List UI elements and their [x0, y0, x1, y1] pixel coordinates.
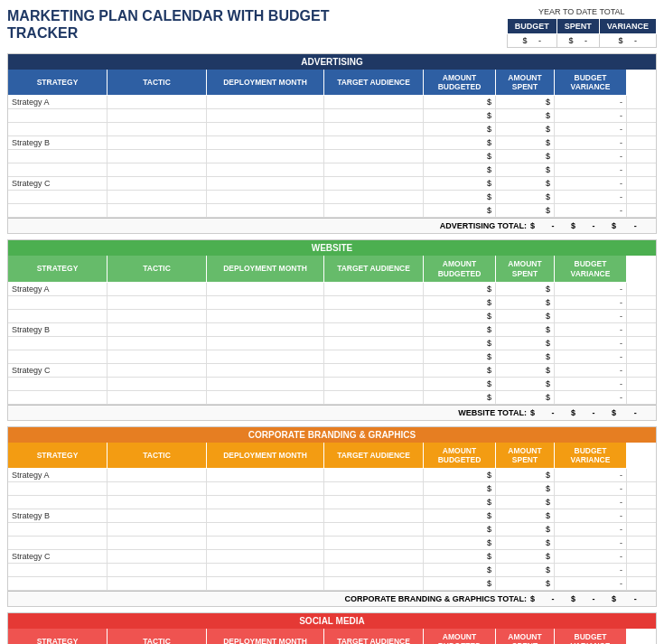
- strategy-cell[interactable]: [8, 310, 108, 322]
- tactic-cell[interactable]: [108, 364, 207, 377]
- budgeted-cell[interactable]: $: [424, 123, 496, 135]
- deployment-cell[interactable]: [207, 283, 324, 295]
- spent-cell[interactable]: $: [496, 204, 555, 217]
- audience-cell[interactable]: [324, 550, 424, 563]
- tactic-cell[interactable]: [108, 350, 207, 363]
- deployment-cell[interactable]: [207, 177, 324, 190]
- strategy-cell[interactable]: [8, 109, 108, 122]
- spent-cell[interactable]: $: [496, 191, 555, 203]
- tactic-cell[interactable]: [108, 109, 207, 122]
- deployment-cell[interactable]: [207, 523, 324, 536]
- spent-cell[interactable]: $: [496, 283, 555, 295]
- budgeted-cell[interactable]: $: [424, 364, 496, 377]
- spent-cell[interactable]: $: [496, 136, 555, 149]
- deployment-cell[interactable]: [207, 136, 324, 149]
- variance-cell[interactable]: -: [555, 523, 627, 536]
- spent-cell[interactable]: $: [496, 564, 555, 576]
- spent-cell[interactable]: $: [496, 350, 555, 363]
- spent-cell[interactable]: $: [496, 550, 555, 563]
- strategy-cell[interactable]: Strategy C: [8, 177, 108, 190]
- spent-cell[interactable]: $: [496, 378, 555, 390]
- tactic-cell[interactable]: [108, 163, 207, 176]
- variance-cell[interactable]: -: [555, 283, 627, 295]
- tactic-cell[interactable]: [108, 283, 207, 295]
- audience-cell[interactable]: [324, 337, 424, 350]
- spent-cell[interactable]: $: [496, 523, 555, 536]
- deployment-cell[interactable]: [207, 550, 324, 563]
- deployment-cell[interactable]: [207, 191, 324, 203]
- audience-cell[interactable]: [324, 96, 424, 108]
- deployment-cell[interactable]: [207, 469, 324, 481]
- variance-cell[interactable]: -: [555, 378, 627, 390]
- variance-cell[interactable]: -: [555, 191, 627, 203]
- budgeted-cell[interactable]: $: [424, 537, 496, 549]
- strategy-cell[interactable]: [8, 496, 108, 509]
- variance-cell[interactable]: -: [555, 96, 627, 108]
- spent-cell[interactable]: $: [496, 509, 555, 522]
- spent-cell[interactable]: $: [496, 323, 555, 336]
- audience-cell[interactable]: [324, 283, 424, 295]
- deployment-cell[interactable]: [207, 204, 324, 217]
- variance-cell[interactable]: -: [555, 163, 627, 176]
- spent-cell[interactable]: $: [496, 96, 555, 108]
- deployment-cell[interactable]: [207, 109, 324, 122]
- strategy-cell[interactable]: Strategy B: [8, 509, 108, 522]
- audience-cell[interactable]: [324, 150, 424, 163]
- budgeted-cell[interactable]: $: [424, 482, 496, 495]
- tactic-cell[interactable]: [108, 191, 207, 203]
- audience-cell[interactable]: [324, 204, 424, 217]
- deployment-cell[interactable]: [207, 364, 324, 377]
- variance-cell[interactable]: -: [555, 337, 627, 350]
- strategy-cell[interactable]: [8, 150, 108, 163]
- audience-cell[interactable]: [324, 191, 424, 203]
- deployment-cell[interactable]: [207, 163, 324, 176]
- budgeted-cell[interactable]: $: [424, 378, 496, 390]
- spent-cell[interactable]: $: [496, 364, 555, 377]
- audience-cell[interactable]: [324, 391, 424, 404]
- strategy-cell[interactable]: [8, 350, 108, 363]
- strategy-cell[interactable]: [8, 204, 108, 217]
- variance-cell[interactable]: -: [555, 123, 627, 135]
- strategy-cell[interactable]: [8, 163, 108, 176]
- tactic-cell[interactable]: [108, 378, 207, 390]
- budgeted-cell[interactable]: $: [424, 283, 496, 295]
- tactic-cell[interactable]: [108, 537, 207, 549]
- budgeted-cell[interactable]: $: [424, 337, 496, 350]
- variance-cell[interactable]: -: [555, 323, 627, 336]
- spent-cell[interactable]: $: [496, 337, 555, 350]
- tactic-cell[interactable]: [108, 469, 207, 481]
- strategy-cell[interactable]: Strategy B: [8, 136, 108, 149]
- audience-cell[interactable]: [324, 136, 424, 149]
- tactic-cell[interactable]: [108, 564, 207, 576]
- deployment-cell[interactable]: [207, 337, 324, 350]
- deployment-cell[interactable]: [207, 150, 324, 163]
- tactic-cell[interactable]: [108, 177, 207, 190]
- tactic-cell[interactable]: [108, 509, 207, 522]
- audience-cell[interactable]: [324, 378, 424, 390]
- audience-cell[interactable]: [324, 177, 424, 190]
- spent-cell[interactable]: $: [496, 150, 555, 163]
- budgeted-cell[interactable]: $: [424, 564, 496, 576]
- budgeted-cell[interactable]: $: [424, 150, 496, 163]
- budgeted-cell[interactable]: $: [424, 96, 496, 108]
- audience-cell[interactable]: [324, 109, 424, 122]
- variance-cell[interactable]: -: [555, 136, 627, 149]
- spent-cell[interactable]: $: [496, 163, 555, 176]
- budgeted-cell[interactable]: $: [424, 509, 496, 522]
- deployment-cell[interactable]: [207, 310, 324, 322]
- spent-cell[interactable]: $: [496, 496, 555, 509]
- spent-cell[interactable]: $: [496, 310, 555, 322]
- strategy-cell[interactable]: Strategy B: [8, 323, 108, 336]
- audience-cell[interactable]: [324, 163, 424, 176]
- spent-cell[interactable]: $: [496, 482, 555, 495]
- audience-cell[interactable]: [324, 310, 424, 322]
- tactic-cell[interactable]: [108, 550, 207, 563]
- spent-cell[interactable]: $: [496, 469, 555, 481]
- tactic-cell[interactable]: [108, 310, 207, 322]
- audience-cell[interactable]: [324, 496, 424, 509]
- budgeted-cell[interactable]: $: [424, 204, 496, 217]
- tactic-cell[interactable]: [108, 391, 207, 404]
- audience-cell[interactable]: [324, 509, 424, 522]
- deployment-cell[interactable]: [207, 296, 324, 309]
- spent-cell[interactable]: $: [496, 537, 555, 549]
